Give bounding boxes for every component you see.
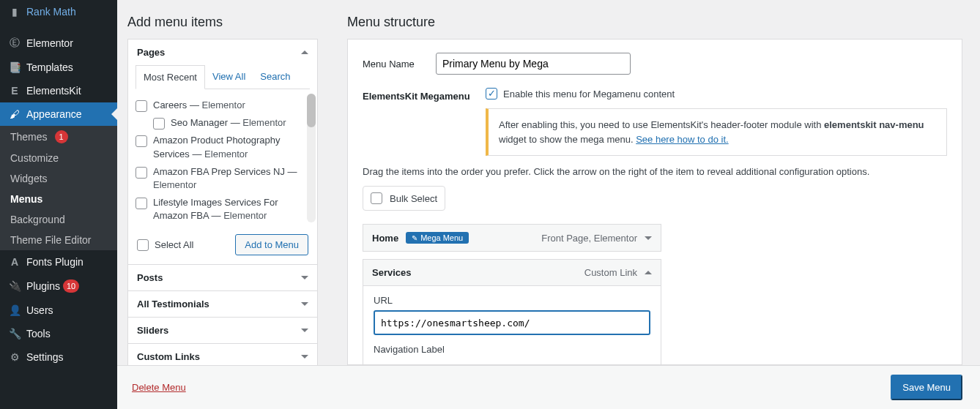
admin-sidebar: ▮Rank Math ⒺElementor 📑Templates EElemen… [0,0,117,409]
megamenu-label: ElementsKit Megamenu [363,88,472,102]
caret-down-icon [645,233,652,244]
bulk-select-checkbox[interactable] [371,192,382,204]
menu-item-services-head[interactable]: Services Custom Link [363,260,661,285]
sidebar-sub-customize[interactable]: Customize [0,148,117,168]
sidebar-item-appearance[interactable]: 🖌Appearance [0,102,117,126]
elementskit-icon: E [7,85,22,97]
menu-item-meta: Front Page, Elementor [541,233,637,244]
sidebar-sub-themes[interactable]: Themes1 [0,126,117,148]
sliders-icon: ⚙ [7,351,22,363]
caret-down-icon [301,351,308,362]
sidebar-item-settings[interactable]: ⚙Settings [0,345,117,369]
sliders-accordion-head[interactable]: Sliders [128,317,317,343]
page-checkbox[interactable] [136,100,147,112]
pages-heading: Pages [137,47,165,58]
caret-down-icon [301,325,308,336]
pencil-icon: ✎ [412,234,417,242]
sidebar-item-tools[interactable]: 🔧Tools [0,322,117,345]
footer-bar: Delete Menu Save Menu [117,365,980,409]
plug-icon: 🔌 [7,280,22,292]
caret-up-icon [301,47,308,58]
select-all-label: Select All [155,239,193,250]
posts-accordion-head[interactable]: Posts [128,264,317,290]
menu-name-label: Menu Name [363,59,423,70]
mega-menu-badge[interactable]: ✎Mega Menu [406,232,469,244]
label: ElementsKit [26,85,81,97]
label: Elementor [26,37,73,49]
page-checkbox[interactable] [136,135,147,147]
delete-menu-link[interactable]: Delete Menu [132,382,186,393]
chart-icon: ▮ [7,6,22,18]
sidebar-item-elementor[interactable]: ⒺElementor [0,31,117,56]
pages-accordion-head[interactable]: Pages [128,40,317,65]
sidebar-sub-widgets[interactable]: Widgets [0,168,117,189]
menu-name-input[interactable] [436,53,631,75]
badge: 10 [63,279,79,293]
page-row[interactable]: Amazon FBA Prep Services NJ — Elementor [136,163,310,194]
page-row[interactable]: Careers — Elementor [136,97,310,114]
pages-list: Careers — Elementor Seo Manager — Elemen… [128,89,317,227]
label: Templates [26,61,73,73]
page-row[interactable]: Lifestyle Images Services For Amazon FBA… [136,194,310,225]
templates-icon: 📑 [7,61,22,73]
menu-item-home: Home ✎Mega Menu Front Page, Elementor [363,224,661,252]
menu-item-home-head[interactable]: Home ✎Mega Menu Front Page, Elementor [363,225,661,251]
enable-megamenu-checkbox[interactable] [486,88,497,100]
page-checkbox[interactable] [153,118,165,130]
label: Tools [26,328,51,339]
sidebar-item-elementskit[interactable]: EElementsKit [0,79,117,102]
pages-accordion: Pages Most Recent View All Search Career… [127,39,318,365]
sidebar-sub-themefileeditor[interactable]: Theme File Editor [0,230,117,250]
caret-down-icon [301,299,308,309]
tab-view-all[interactable]: View All [205,65,253,89]
main-area: Add menu items Pages Most Recent View Al… [117,0,980,409]
tab-most-recent[interactable]: Most Recent [136,65,205,89]
caret-up-icon [645,267,652,278]
page-row[interactable]: Amazon Product Photography Services — El… [136,132,310,162]
menu-item-title: Services [372,267,412,278]
sidebar-item-templates[interactable]: 📑Templates [0,56,117,79]
sidebar-item-rankmath[interactable]: ▮Rank Math [0,0,117,23]
menu-item-services-body: URL Navigation Label [363,285,661,365]
url-input[interactable] [374,310,650,335]
menu-structure-title: Menu structure [347,15,962,30]
wrench-icon: 🔧 [7,328,22,339]
customlinks-accordion-head[interactable]: Custom Links [128,343,317,365]
add-to-menu-button[interactable]: Add to Menu [235,234,308,255]
sidebar-sub-menus[interactable]: Menus [0,189,117,209]
page-row[interactable]: Seo Manager — Elementor [136,114,310,132]
page-checkbox[interactable] [136,198,147,209]
drag-hint-text: Drag the items into the order you prefer… [363,166,947,177]
megamenu-notice: After enabling this, you need to use Ele… [486,108,947,156]
scrollbar-thumb[interactable] [307,94,316,127]
caret-down-icon [301,272,308,283]
pages-tabs: Most Recent View All Search [136,65,310,89]
sidebar-item-fontsplugin[interactable]: AFonts Plugin [0,250,117,274]
sidebar-item-users[interactable]: 👤Users [0,299,117,322]
sidebar-item-plugins[interactable]: 🔌Plugins10 [0,274,117,299]
fonts-icon: A [7,256,22,268]
add-menu-items-column: Add menu items Pages Most Recent View Al… [117,0,333,365]
label: Users [26,304,53,316]
page-checkbox[interactable] [136,167,147,179]
label: Appearance [26,108,82,120]
add-menu-items-title: Add menu items [127,15,318,30]
label: Settings [26,351,64,363]
enable-megamenu-label: Enable this menu for Megamenu content [503,89,675,100]
select-all-checkbox[interactable] [137,239,149,251]
elementor-icon: Ⓔ [7,37,22,50]
navigation-label-label: Navigation Label [374,344,650,355]
tab-search[interactable]: Search [253,65,297,89]
sidebar-sub-background[interactable]: Background [0,209,117,230]
label: Plugins [26,280,60,292]
menu-structure-column: Menu structure Menu Name ElementsKit Meg… [333,0,980,365]
menu-item-meta: Custom Link [584,267,637,278]
save-menu-button[interactable]: Save Menu [891,375,962,400]
sidebar-submenu: Themes1 Customize Widgets Menus Backgrou… [0,126,117,250]
bulk-select-label: Bulk Select [390,193,437,204]
testimonials-accordion-head[interactable]: All Testimonials [128,290,317,317]
scrollbar[interactable] [307,94,316,222]
url-label: URL [374,295,650,306]
megamenu-help-link[interactable]: See here how to do it. [636,134,728,145]
menu-item-title: Home [372,233,398,244]
